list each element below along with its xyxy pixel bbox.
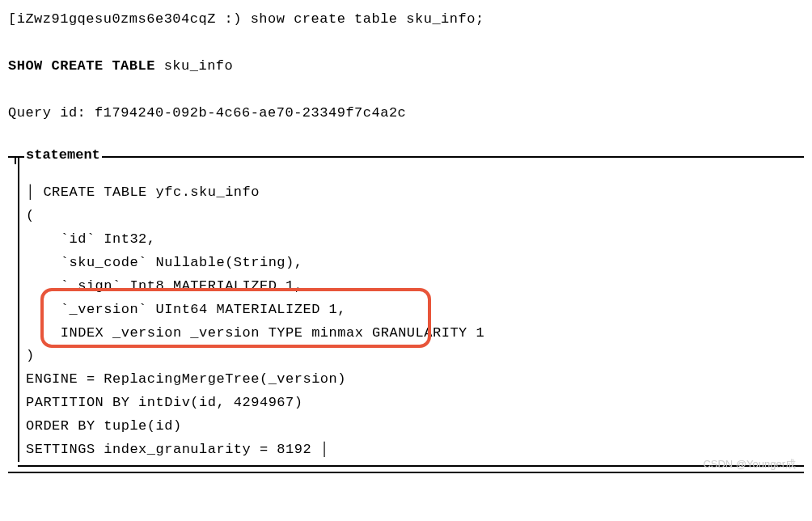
box-label: statement: [24, 147, 102, 163]
sql-line: │ CREATE TABLE yfc.sku_info: [26, 181, 804, 205]
sql-line: `sku_code` Nullable(String),: [26, 252, 804, 275]
query-id-label: Query id:: [8, 105, 95, 121]
result-box-bottom: [18, 465, 804, 467]
blank-line: [8, 78, 804, 102]
sql-line: ORDER BY tuple(id): [26, 415, 804, 438]
sql-line: (: [26, 205, 804, 228]
echo-line: SHOW CREATE TABLE sku_info: [8, 55, 804, 78]
watermark: CSDN @Younger成: [703, 457, 796, 472]
blank-line: [8, 125, 804, 148]
query-id-line: Query id: f1794240-092b-4c66-ae70-23349f…: [8, 102, 804, 125]
echo-rest: sku_info: [155, 58, 233, 74]
result-box-body: │ CREATE TABLE yfc.sku_info ( `id` Int32…: [18, 158, 804, 462]
query-id-value: f1794240-092b-4c66-ae70-23349f7c4a2c: [95, 105, 406, 121]
sql-line-highlighted: `_sign` Int8 MATERIALIZED 1,: [26, 275, 804, 299]
sql-line: INDEX _version _version TYPE minmax GRAN…: [26, 322, 804, 345]
outer-border-bottom: [8, 472, 804, 473]
blank-line: [26, 158, 804, 181]
sql-line: PARTITION BY intDiv(id, 4294967): [26, 392, 804, 415]
sql-line: ENGINE = ReplacingMergeTree(_version): [26, 368, 804, 392]
terminal-output: [iZwz91gqesu0zms6e304cqZ :) show create …: [8, 8, 804, 473]
sql-line: `id` Int32,: [26, 228, 804, 252]
blank-line: [8, 32, 804, 55]
echo-bold: SHOW CREATE TABLE: [8, 58, 155, 74]
prompt-line: [iZwz91gqesu0zms6e304cqZ :) show create …: [8, 8, 804, 32]
sql-line: SETTINGS index_granularity = 8192 │: [26, 438, 804, 462]
result-box-top: statement: [8, 156, 804, 158]
sql-line: ): [26, 345, 804, 368]
sql-line-highlighted: `_version` UInt64 MATERIALIZED 1,: [26, 299, 804, 322]
